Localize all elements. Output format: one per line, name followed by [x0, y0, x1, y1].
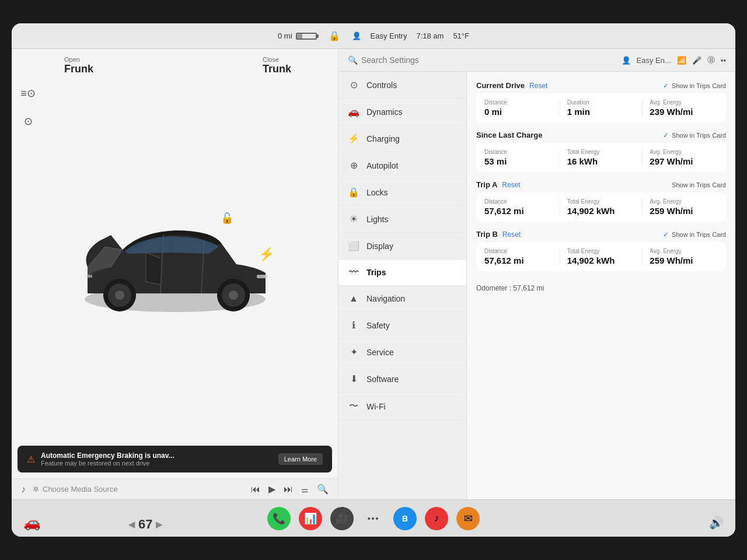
- charge-icon: ⚡: [259, 247, 274, 262]
- trip-b-avg-energy: Avg. Energy 259 Wh/mi: [650, 248, 718, 265]
- frunk-label: Frunk: [64, 63, 93, 75]
- checkmark-icon2: ✓: [663, 131, 669, 139]
- camera-button[interactable]: 🎥: [330, 507, 354, 530]
- signal-icon: ▪▪: [721, 56, 726, 65]
- trip-b-stats: Distance 57,612 mi Total Energy 14,902 k…: [476, 242, 726, 271]
- menu-item-software[interactable]: ⬇ Software: [338, 366, 466, 393]
- menu-item-lights[interactable]: ☀ Lights: [338, 206, 466, 233]
- bluetooth-button[interactable]: B: [393, 507, 417, 530]
- right-panel: 🔍 👤 Easy En... 📶 🎤 Ⓑ ▪▪ ⊙: [338, 49, 735, 499]
- menu-item-navigation[interactable]: ▲ Navigation: [338, 286, 466, 312]
- current-drive-reset[interactable]: Reset: [529, 82, 547, 90]
- notification-subtitle: Feature may be restored on next drive: [41, 460, 273, 467]
- slc-distance: Distance 53 mi: [484, 149, 553, 166]
- menu-item-display[interactable]: ⬜ Display: [338, 233, 466, 260]
- wifi-label: Wi-Fi: [366, 402, 386, 411]
- software-label: Software: [366, 374, 399, 384]
- equalizer-icon[interactable]: ⚌: [301, 485, 309, 494]
- notification-text: Automatic Emergency Braking is unav... F…: [41, 452, 273, 467]
- current-drive-energy: Avg. Energy 239 Wh/mi: [650, 99, 718, 117]
- svg-point-5: [115, 290, 124, 300]
- since-last-charge-stats: Distance 53 mi Total Energy 16 kWh Avg. …: [476, 143, 726, 172]
- frunk-action[interactable]: Open Frunk: [64, 56, 93, 75]
- trip-b-show-trips[interactable]: ✓ Show in Trips Card: [663, 230, 726, 239]
- trip-a-reset[interactable]: Reset: [502, 181, 520, 189]
- trip-a-title: Trip A: [476, 180, 497, 189]
- autopilot-icon: ⊕: [348, 160, 359, 171]
- menu-item-locks[interactable]: 🔒 Locks: [338, 179, 466, 206]
- since-last-charge-show-trips[interactable]: ✓ Show in Trips Card: [663, 131, 726, 139]
- menu-item-dynamics[interactable]: 🚗 Dynamics: [338, 99, 466, 125]
- menu-item-charging[interactable]: ⚡ Charging: [338, 125, 466, 152]
- warning-icon: ⚠: [27, 454, 35, 465]
- current-drive-show-trips[interactable]: ✓ Show in Trips Card: [663, 82, 726, 90]
- search-input-wrap[interactable]: 🔍: [348, 55, 615, 65]
- display-icon: ⬜: [348, 240, 359, 251]
- music-note-icon: ♪: [21, 484, 26, 495]
- since-last-charge-header: Since Last Charge ✓ Show in Trips Card: [476, 131, 726, 139]
- dots-menu[interactable]: •••: [362, 507, 385, 530]
- trip-b-section: Trip B Reset ✓ Show in Trips Card Distan…: [476, 230, 726, 271]
- svg-rect-9: [257, 275, 267, 278]
- trip-b-title: Trip B: [476, 230, 498, 239]
- profile-icon: 👤: [352, 32, 361, 40]
- trips-panel: Current Drive Reset ✓ Show in Trips Card…: [467, 72, 735, 499]
- menu-item-service[interactable]: ✦ Service: [338, 339, 466, 366]
- odometer-display: Odometer : 57,612 mi: [476, 279, 726, 295]
- menu-item-safety[interactable]: ℹ Safety: [338, 312, 466, 339]
- right-status-icons: 👤 Easy En... 📶 🎤 Ⓑ ▪▪: [622, 55, 726, 65]
- trunk-action[interactable]: Close Trunk: [263, 56, 291, 75]
- car-nav-icon[interactable]: 🚗: [23, 514, 41, 531]
- volume-icon[interactable]: 🔊: [709, 516, 724, 530]
- since-last-charge-title: Since Last Charge: [476, 131, 542, 139]
- bluetooth-status-icon: Ⓑ: [707, 55, 715, 65]
- easy-entry-status: Easy En...: [637, 56, 671, 65]
- bluetooth-source-icon: ✲: [33, 485, 39, 494]
- locks-label: Locks: [366, 188, 388, 197]
- car-svg: [64, 200, 286, 328]
- learn-more-button[interactable]: Learn More: [278, 453, 323, 465]
- speed-display: ◀ 67 ▶: [128, 517, 162, 532]
- search-icon: 🔍: [348, 55, 358, 65]
- locks-icon: 🔒: [348, 187, 359, 198]
- profile-status-icon: 👤: [622, 56, 631, 65]
- slc-avg-energy: Avg. Energy 297 Wh/mi: [650, 149, 718, 166]
- menu-item-trips[interactable]: 〰 Trips: [338, 260, 466, 286]
- search-input[interactable]: [361, 55, 615, 65]
- slc-total-energy: Total Energy 16 kWh: [567, 149, 636, 166]
- software-icon: ⬇: [348, 373, 359, 384]
- lights-icon: ☀: [348, 214, 359, 225]
- temp-display: 51°F: [453, 32, 469, 40]
- search-media-icon[interactable]: 🔍: [317, 484, 329, 495]
- phone-button[interactable]: 📞: [267, 507, 291, 530]
- checkmark-icon3: ✓: [663, 230, 669, 239]
- autopilot-label: Autopilot: [366, 161, 398, 170]
- time-display: 7:18 am: [416, 32, 444, 40]
- battery-icon: [296, 33, 317, 40]
- car-image: 🔓 ⚡: [12, 82, 338, 446]
- equalizer-button[interactable]: 📊: [299, 507, 322, 530]
- service-icon: ✦: [348, 346, 359, 358]
- trip-a-total-energy: Total Energy 14,902 kWh: [567, 198, 636, 216]
- media-source-label[interactable]: ✲ Choose Media Source: [33, 485, 244, 494]
- taskbar: 🚗 ◀ 67 ▶ 📞 📊 🎥 ••• B ♪ ✉ 🔊: [12, 499, 735, 537]
- trip-a-show-trips[interactable]: Show in Trips Card: [672, 181, 726, 188]
- wifi-icon: 📶: [677, 56, 686, 65]
- skip-forward-button[interactable]: ⏭: [284, 484, 293, 495]
- music-button[interactable]: ♪: [425, 507, 448, 530]
- charging-label: Charging: [366, 134, 400, 144]
- main-content: ≡⊙ ⊙ Open Frunk Close Trunk: [12, 49, 735, 499]
- menu-item-wifi[interactable]: 〜 Wi-Fi: [338, 393, 466, 421]
- menu-item-controls[interactable]: ⊙ Controls: [338, 72, 466, 99]
- skip-back-button[interactable]: ⏮: [251, 484, 260, 495]
- play-button[interactable]: ▶: [268, 484, 275, 495]
- search-bar: 🔍 👤 Easy En... 📶 🎤 Ⓑ ▪▪: [338, 49, 735, 72]
- media-bar: ♪ ✲ Choose Media Source ⏮ ▶ ⏭ ⚌ 🔍: [12, 478, 338, 499]
- safety-label: Safety: [366, 321, 390, 330]
- menu-item-autopilot[interactable]: ⊕ Autopilot: [338, 152, 466, 179]
- status-bar: 0 mi 🔒 👤 Easy Entry 7:18 am 51°F: [12, 23, 735, 49]
- emergency-braking-notification: ⚠ Automatic Emergency Braking is unav...…: [18, 446, 332, 473]
- trip-b-reset[interactable]: Reset: [502, 230, 521, 239]
- email-button[interactable]: ✉: [456, 507, 480, 530]
- service-label: Service: [366, 348, 394, 357]
